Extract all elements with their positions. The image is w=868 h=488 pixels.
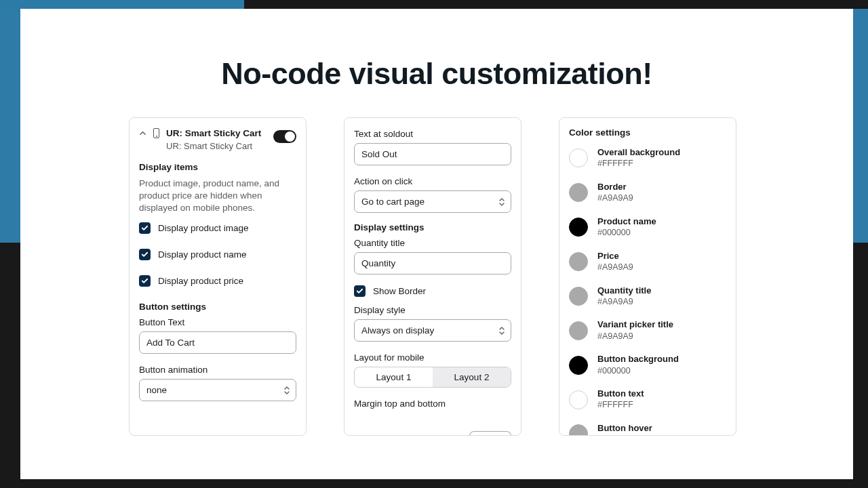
label-margin-tb: Margin top and bottom [354,399,511,409]
label-button-animation: Button animation [139,365,296,375]
panel-display-items: UR: Smart Sticky Cart UR: Smart Sticky C… [129,117,307,436]
color-hex: #FFFFFF [597,400,644,411]
label-display-style: Display style [354,305,511,315]
label-quantity-title: Quantity title [354,238,511,248]
color-name: Border [597,182,633,192]
color-text: Product name #000000 [597,216,656,239]
checkbox-label: Display product image [158,223,249,233]
color-name: Price [597,251,633,262]
color-text: Variant picker title #A9A9A9 [597,319,673,342]
input-quantity-title[interactable] [354,252,511,274]
color-hex: #000000 [597,228,656,239]
chevron-up-icon[interactable] [139,129,146,137]
color-swatch [569,252,588,271]
color-hex: #A9A9A9 [597,331,673,342]
color-name: Button text [597,388,644,399]
color-swatch [569,390,588,409]
color-swatch [569,424,588,436]
color-name: Product name [597,216,656,227]
checkbox-label: Show Border [373,286,426,296]
color-row-price[interactable]: Price #A9A9A9 [569,251,726,273]
select-updown-icon [498,197,505,207]
color-swatch [569,148,588,167]
checkbox-row-name[interactable]: Display product name [139,249,296,260]
select-updown-icon [283,386,290,395]
color-swatch [569,321,588,340]
block-titles: UR: Smart Sticky Cart UR: Smart Sticky C… [166,127,267,151]
checkbox-icon [354,285,366,297]
color-row-button-text[interactable]: Button text #FFFFFF [569,388,726,411]
color-hex: #A9A9A9 [597,193,633,204]
color-hex: #A9A9A9 [597,297,651,308]
section-button-settings: Button settings [139,302,296,312]
color-row-button-bg[interactable]: Button background #000000 [569,354,726,376]
color-row-overall-bg[interactable]: Overall background #FFFFFF [569,147,726,169]
input-button-text[interactable] [139,331,296,354]
label-soldout-text: Text at soldout [354,129,511,139]
select-value: none [146,385,167,395]
color-row-button-hover[interactable]: Button hover #A9A9A9 [569,423,726,436]
enable-toggle[interactable] [273,130,296,143]
page-canvas: No-code visual customization! UR: Smart … [20,9,853,479]
panel-display-settings: Text at soldout Action on click Go to ca… [344,117,521,436]
color-text: Button background #000000 [597,354,679,376]
mobile-icon [153,128,159,138]
color-text: Button text #FFFFFF [597,388,644,411]
segment-layout1[interactable]: Layout 1 [355,367,433,387]
color-row-border[interactable]: Border #A9A9A9 [569,182,726,204]
checkbox-row-price[interactable]: Display product price [139,275,296,287]
segment-layout2[interactable]: Layout 2 [433,367,511,387]
color-swatch [569,183,588,202]
select-button-animation[interactable]: none [139,379,296,401]
color-swatch [569,218,588,237]
input-margin-tb[interactable] [469,431,511,436]
label-action-on-click: Action on click [354,176,511,186]
color-swatch [569,287,588,306]
segmented-layout-mobile[interactable]: Layout 1 Layout 2 [354,367,511,388]
color-text: Price #A9A9A9 [597,251,633,273]
color-row-quantity-title[interactable]: Quantity title #A9A9A9 [569,285,726,308]
color-name: Variant picker title [597,319,673,330]
color-name: Button hover [597,423,652,434]
color-hex: #A9A9A9 [597,262,633,273]
decorative-bar [0,9,20,243]
checkbox-label: Display product name [158,249,247,260]
color-swatch [569,356,588,375]
section-display-items: Display items [139,162,296,172]
color-hex: #FFFFFF [597,159,680,169]
checkbox-icon [139,222,151,234]
decorative-bar [0,0,244,9]
color-text: Overall background #FFFFFF [597,147,680,169]
page-title: No-code visual customization! [20,56,853,92]
panels-wrapper: UR: Smart Sticky Cart UR: Smart Sticky C… [129,117,745,479]
color-name: Button background [597,354,679,365]
color-text: Quantity title #A9A9A9 [597,285,651,308]
decorative-bar [853,9,868,243]
checkbox-icon [139,249,151,260]
select-action-on-click[interactable]: Go to cart page [354,190,511,213]
checkbox-icon [139,275,151,287]
color-name: Overall background [597,147,680,158]
block-header: UR: Smart Sticky Cart UR: Smart Sticky C… [139,127,296,151]
checkbox-row-border[interactable]: Show Border [354,285,511,297]
checkbox-row-image[interactable]: Display product image [139,222,296,234]
block-title: UR: Smart Sticky Cart [166,127,267,140]
input-soldout-text[interactable] [354,143,511,165]
color-row-product-name[interactable]: Product name #000000 [569,216,726,239]
color-text: Button hover #A9A9A9 [597,423,652,436]
section-display-settings: Display settings [354,222,511,232]
select-value: Go to cart page [361,197,425,207]
select-value: Always on display [361,325,434,336]
color-row-variant-title[interactable]: Variant picker title #A9A9A9 [569,319,726,342]
select-updown-icon [498,326,505,336]
color-text: Border #A9A9A9 [597,182,633,204]
color-name: Quantity title [597,285,651,296]
checkbox-label: Display product price [158,276,243,286]
section-color-settings: Color settings [569,127,726,138]
block-subtitle: UR: Smart Sticky Cart [166,141,267,151]
label-layout-mobile: Layout for mobile [354,352,511,363]
label-button-text: Button Text [139,317,296,327]
color-hex: #000000 [597,366,679,377]
select-display-style[interactable]: Always on display [354,319,511,342]
color-hex: #A9A9A9 [597,434,652,436]
